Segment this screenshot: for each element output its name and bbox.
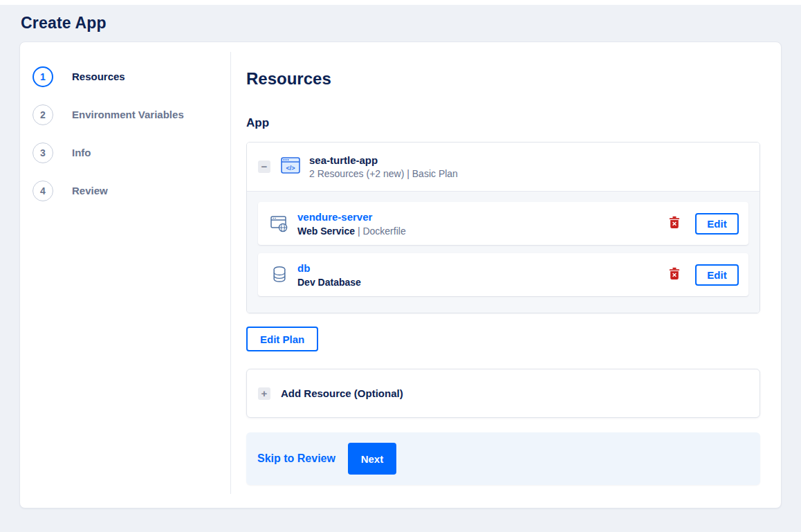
app-section-label: App bbox=[246, 116, 760, 130]
resource-actions: Edit bbox=[669, 213, 739, 235]
page: Create App 1 Resources 2 Environment Var… bbox=[0, 0, 801, 532]
trash-icon bbox=[669, 267, 680, 282]
resources-heading: Resources bbox=[246, 69, 760, 89]
resource-text: db Dev Database bbox=[297, 262, 361, 288]
stepper-item-environment-variables[interactable]: 2 Environment Variables bbox=[20, 95, 231, 134]
add-resource-label: Add Resource (Optional) bbox=[281, 387, 403, 399]
trash-icon bbox=[669, 216, 680, 231]
resource-text: vendure-server Web Service | Dockerfile bbox=[297, 211, 406, 237]
resource-name-link[interactable]: db bbox=[297, 262, 310, 274]
next-button[interactable]: Next bbox=[348, 443, 396, 475]
resource-subtitle: Dev Database bbox=[297, 277, 361, 288]
top-strip bbox=[0, 0, 801, 5]
resource-detail: Dockerfile bbox=[362, 226, 405, 237]
stepper-item-review[interactable]: 4 Review bbox=[20, 172, 231, 210]
resource-separator: | bbox=[355, 226, 362, 237]
step-number-badge: 3 bbox=[33, 143, 53, 163]
stepper-item-info[interactable]: 3 Info bbox=[20, 134, 231, 172]
edit-resource-button[interactable]: Edit bbox=[695, 264, 739, 286]
resource-list: vendure-server Web Service | Dockerfile bbox=[247, 192, 759, 313]
main-content: Resources App − </> bbox=[231, 42, 781, 508]
database-icon bbox=[269, 266, 290, 284]
delete-resource-button[interactable] bbox=[669, 216, 680, 231]
app-group-header: − </> sea-turtle-app 2 Resources (+2 new… bbox=[247, 143, 759, 192]
step-label: Review bbox=[72, 185, 108, 196]
resource-actions: Edit bbox=[669, 264, 739, 286]
resource-subtitle: Web Service | Dockerfile bbox=[297, 226, 406, 237]
resource-name-link[interactable]: vendure-server bbox=[297, 211, 372, 223]
wizard-footer: Skip to Review Next bbox=[246, 432, 760, 485]
step-label: Resources bbox=[72, 71, 125, 82]
web-service-icon bbox=[269, 214, 290, 232]
stepper: 1 Resources 2 Environment Variables 3 In… bbox=[20, 42, 231, 508]
plus-icon: + bbox=[258, 387, 270, 400]
resource-row-vendure-server: vendure-server Web Service | Dockerfile bbox=[258, 202, 748, 245]
page-title: Create App bbox=[21, 14, 801, 33]
edit-plan-button[interactable]: Edit Plan bbox=[246, 327, 318, 351]
stepper-item-resources[interactable]: 1 Resources bbox=[20, 57, 231, 95]
app-group-titles: sea-turtle-app 2 Resources (+2 new) | Ba… bbox=[309, 154, 458, 179]
skip-to-review-link[interactable]: Skip to Review bbox=[257, 452, 335, 465]
step-label: Info bbox=[72, 147, 91, 158]
app-name: sea-turtle-app bbox=[309, 154, 458, 166]
step-number-badge: 1 bbox=[33, 66, 53, 87]
edit-resource-button[interactable]: Edit bbox=[695, 213, 739, 235]
minus-icon: − bbox=[261, 161, 268, 172]
step-label: Environment Variables bbox=[72, 109, 184, 120]
svg-text:</>: </> bbox=[286, 165, 295, 172]
app-summary: 2 Resources (+2 new) | Basic Plan bbox=[309, 168, 458, 179]
collapse-toggle-button[interactable]: − bbox=[258, 160, 270, 173]
resource-type: Dev Database bbox=[297, 277, 361, 288]
app-group-card: − </> sea-turtle-app 2 Resources (+2 new… bbox=[246, 142, 760, 313]
step-number-badge: 4 bbox=[33, 181, 53, 201]
create-app-card: 1 Resources 2 Environment Variables 3 In… bbox=[19, 42, 782, 508]
delete-resource-button[interactable] bbox=[669, 267, 680, 282]
step-number-badge: 2 bbox=[33, 104, 53, 125]
add-resource-card[interactable]: + Add Resource (Optional) bbox=[246, 369, 760, 418]
app-window-code-icon: </> bbox=[281, 157, 300, 176]
resource-type: Web Service bbox=[297, 226, 355, 237]
resource-row-db: db Dev Database bbox=[258, 253, 748, 296]
